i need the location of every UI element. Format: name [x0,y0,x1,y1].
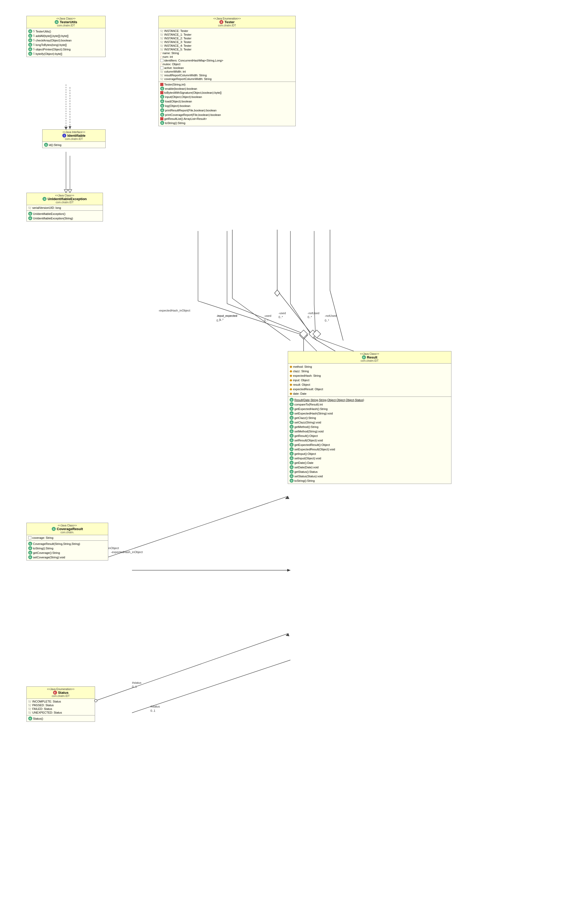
svg-marker-19 [64,189,68,193]
attr-instance: Sƒ INSTANCE: Tester [160,29,294,33]
svg-line-33 [317,338,354,351]
svg-text:-expectedHash_inObject: -expectedHash_inObject [111,550,142,554]
svg-marker-3 [68,189,72,193]
method-label-3: longToBytes(long):byte[] [36,43,67,46]
svg-text:0..*: 0..* [308,315,312,319]
coverage-name: CoverageResult [57,527,83,531]
method-label-5: byteify(Object):byte[] [36,52,62,56]
id-label: id():String [49,143,62,147]
used-mult: 0..* [264,319,268,322]
method-printresult: G printResultReport(File,boolean):boolea… [160,108,294,112]
svg-marker-10 [274,290,280,296]
method-icon-2: G [28,38,32,42]
unidentifiable-attrs: Sƒ serialVersionUID: long [27,205,103,211]
coverage-package: com.clratm. [29,531,106,534]
svg-line-13 [132,660,290,713]
coverage-methods: G CoverageResult(String,String,String) G… [27,541,108,560]
method-tobytes: toBytesWithSignature(Object,boolean):byt… [160,91,294,94]
method-getclazz: G getClazz():String [290,416,450,420]
method-setexpectedhash: G setExpectedHash(String):void [290,411,450,416]
method-coverage-constructor: G CoverageResult(String,String,String) [28,542,106,546]
attr-num: ƒ num: int [160,55,294,58]
method-longtobytes: G S longToBytes(long):byte[] [28,42,104,47]
m-label-0: UnIdentifiableException() [33,212,66,215]
method-tester-tostring: G toString():String [160,121,294,125]
method-getstatus: G getStatus():Status [290,470,450,474]
expected-label: -input_expected [216,314,237,317]
attr-expectedresult: ◆ expectedResult: Object [290,387,450,391]
status-package: com.clratm.IDT [29,694,93,698]
method-modifier-0: S [33,30,35,33]
method-modifier-3: S [33,43,35,46]
sf-0: Sƒ [160,30,164,33]
method-setstatus: G setStatus(Status):void [290,474,450,478]
method-getresultlist: getResultList():ArrayList<Result> [160,117,294,121]
method-icon-5: G [28,52,32,56]
method-getexpectedhash: G getExpectedHash():String [290,406,450,411]
method-getinput: G getInput():Object [290,452,450,456]
method-getmethod: G getMethod():String [290,424,450,429]
result-stereotype: <<Java Class>> [290,352,449,356]
result-attrs: ◆ method: String ◆ clazz: String ◆ expec… [288,363,451,397]
method-modifier-1: S [33,34,35,37]
attr-resultreport: Sƒ resultReportColumnWidth: String [160,74,294,77]
testerutils-methods: G S TesterUtils() G S addAll(byte[],byte… [27,28,105,57]
svg-line-32 [313,338,335,351]
identifiable-name: Identifiable [68,134,86,138]
method-enable: G enable(boolean):boolean [160,86,294,91]
attr-failed: Sƒ FAILED: Status [28,707,93,711]
method-load: G load(Object):boolean [160,99,294,104]
svg-line-41 [108,496,288,557]
attr-clazz: ◆ clazz: String [290,369,450,373]
svg-text:-expectedHash_inObject: -expectedHash_inObject [158,309,190,312]
attr-method: ◆ method: String [290,364,450,369]
method-icon-4: G [28,47,32,51]
expected-mult: 0..* [216,319,221,322]
method-label-4: objectPrinter(Object):String [36,48,71,51]
testerutils-name: TesterUtils [60,20,77,24]
id-icon: G [44,143,48,147]
coverage-header: <<Java Class>> G CoverageResult com.clra… [27,523,108,535]
testerutils-box: <<Java Class>> G TesterUtils com.clratm.… [26,16,106,57]
attr-name: ƒ name: String [160,51,294,55]
attr-instance5: Sƒ INSTANCE_5: Tester [160,48,294,51]
tester-package: com.clratm.IDT [161,24,293,27]
m-icon-0: G [28,212,32,216]
method-checkarray: G S checkArray(Object):boolean [28,38,104,42]
svg-line-44 [95,634,288,701]
unidentifiable-box: <<Java Class>> G UnIdentifiableException… [26,193,103,222]
testerutils-header: <<Java Class>> G TesterUtils com.clratm.… [27,16,105,28]
attr-columnwidth: Sƒ columnWidth: int [160,70,294,74]
identifiable-header: <<Java Interface>> I Identifiable com.cl… [42,130,105,142]
status-icon: E [53,691,57,694]
identifiable-package: com.clratm.IDT [45,138,103,141]
svg-marker-28 [300,330,308,338]
attr-passed: Sƒ PASSED: Status [28,703,93,707]
method-getresult: G getResult():Object [290,434,450,438]
unidentifiable-name: UnIdentifiableException [48,197,87,201]
attr-unexpected: Sƒ UNEXPECTED: Status [28,711,93,714]
svg-line-31 [304,338,317,351]
svg-line-27 [314,304,315,335]
method-result-constructor: G Result(Date,String,String,Object,Objec… [290,398,450,402]
method-printcoverage: G printCoverageReport(File,boolean):bool… [160,112,294,117]
attr-serialversionuid: Sƒ serialVersionUID: long [28,206,101,210]
status-methods: G Status() [27,716,95,722]
tester-box: <<Java Enumeration>> E Tester com.clratm… [158,16,296,126]
method-icon-0: G [28,29,32,33]
method-coverage-tostring: G toString():String [28,546,106,550]
tester-stereotype: <<Java Enumeration>> [161,17,293,20]
svg-text:0..*: 0..* [279,315,283,319]
unidentifiable-methods: G UnIdentifiableException() G UnIdentifi… [27,211,103,221]
tester-attrs: Sƒ INSTANCE: Tester Sƒ INSTANCE_1: Teste… [159,28,296,82]
unidentifiable-stereotype: <<Java Class>> [29,194,100,197]
svg-line-21 [198,301,304,335]
result-package: com.clratm.IDT [290,359,449,362]
result-name: Result [367,356,378,359]
method-label-2: checkArray(Object):boolean [36,39,72,42]
method-setclazz: G setClazz(String):void [290,420,450,424]
attr-active: active: boolean [160,66,294,70]
svg-marker-46 [286,633,290,636]
status-header: <<Java Enumeration>> E Status com.clratm… [27,687,95,699]
testerutils-icon: G [55,20,58,24]
